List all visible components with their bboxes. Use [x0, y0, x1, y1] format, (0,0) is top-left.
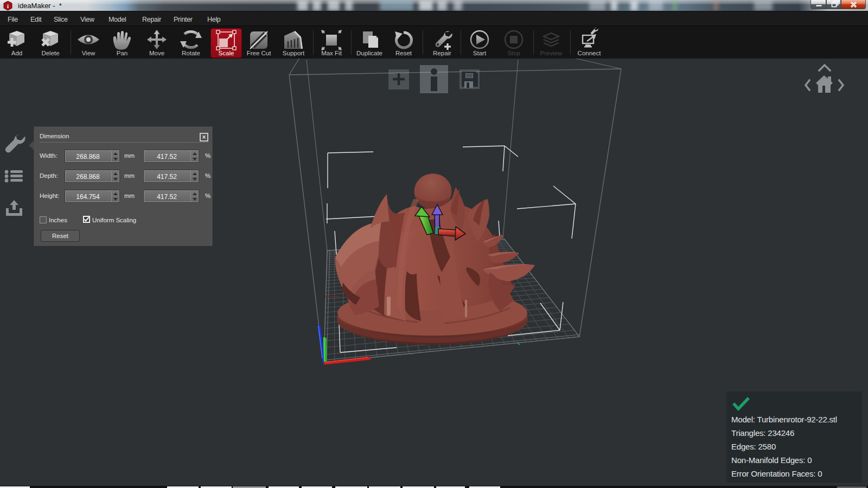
svg-text:i: i [7, 3, 9, 9]
